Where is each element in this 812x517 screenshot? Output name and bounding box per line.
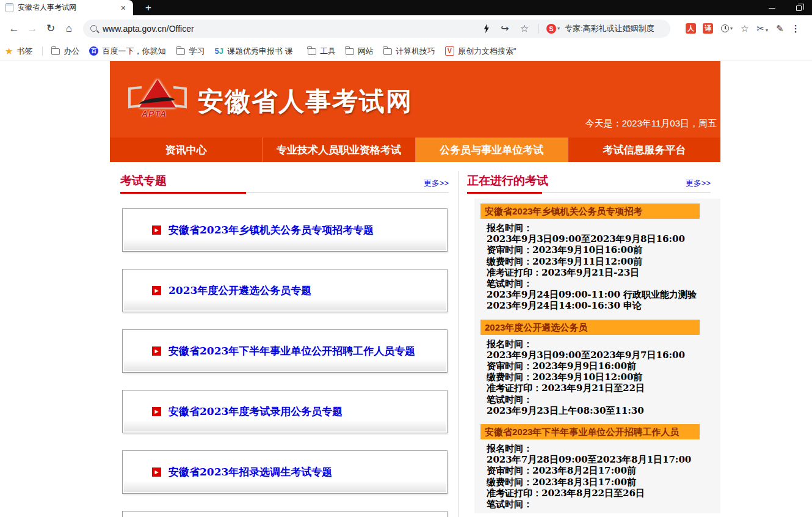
list-item-partial[interactable] [122,511,448,517]
bookmarks-root[interactable]: ★ 书签 [5,46,32,57]
bookmark-folder-office[interactable]: 办公 [51,46,79,57]
exam-detail-line: 资审时间：2023年9月10日16:00前 [480,244,720,255]
star-icon: ★ [5,46,13,57]
main-navigation: 资讯中心 专业技术人员职业资格考试 公务员与事业单位考试 考试信息服务平台 [110,138,720,162]
share-icon[interactable]: ↪ [501,23,509,34]
browser-menu-icon[interactable]: ⋮ [791,23,800,34]
play-icon: ▶ [152,286,161,295]
exam-detail-line: 笔试时间： [480,394,720,405]
chevron-down-icon: ▾ [730,26,733,31]
nav-item-civil-servant-exams[interactable]: 公务员与事业单位考试 [415,138,568,162]
chevron-down-icon: ▾ [766,28,768,33]
exam-banner[interactable]: 安徽省2023年下半年事业单位公开招聘工作人员 [480,424,700,439]
address-bar[interactable]: www.apta.gov.cn/Officer ↪ ☆ S ▾ 专家:高彩礼或让… [83,20,670,38]
news-ticker-text[interactable]: 专家:高彩礼或让婚姻制度 [565,23,664,34]
favorites-star-icon[interactable]: ☆ [741,23,749,34]
topic-link[interactable]: 安徽省2023年乡镇机关公务员专项招考专题 [169,223,374,237]
ongoing-exams-column: 正在进行的考试 更多>> 安徽省2023年乡镇机关公务员专项招考 报名时间： 2… [459,162,720,513]
topic-link[interactable]: 2023年度公开遴选公务员专题 [169,284,311,298]
exam-detail-line: 准考证打印：2023年8月22日至26日 [480,488,720,499]
exam-detail-line: 2023年9月24日14:00-16:30 申论 [480,300,720,311]
ongoing-exams-header: 正在进行的考试 更多>> [467,173,711,193]
address-bar-divider [538,24,539,34]
exam-detail-line: 准考证打印：2023年9月21日-23日 [480,267,720,278]
list-item[interactable]: ▶ 安徽省2023年度考试录用公务员专题 [122,390,448,433]
site-container: APTA 安徽省人事考试网 今天是：2023年11月03日，周五 资讯中心 专业… [110,61,720,517]
play-icon: ▶ [152,346,161,356]
exam-topics-list: ▶ 安徽省2023年乡镇机关公务员专项招考专题 ▶ 2023年度公开遴选公务员专… [122,208,459,517]
site-title: 安徽省人事考试网 [198,84,413,119]
translate-extension-icon[interactable]: 译 [703,23,713,34]
bookmark-book118[interactable]: V 原创力文档搜索" [445,46,526,57]
exam-banner[interactable]: 安徽省2023年乡镇机关公务员专项招考 [480,204,700,219]
exam-block: 安徽省2023年乡镇机关公务员专项招考 报名时间： 2023年9月3日09:00… [480,204,720,312]
exam-detail-line: 准考证打印：2023年9月21日至22日 [480,383,720,394]
folder-icon [51,48,60,55]
exam-detail-line: 资审时间：2023年9月9日16:00前 [480,361,720,372]
nav-item-exam-service-platform[interactable]: 考试信息服务平台 [568,138,720,162]
maximize-icon [796,6,802,11]
browser-tab[interactable]: 安徽省人事考试网 × [0,0,133,15]
more-link[interactable]: 更多>> [424,178,449,189]
bookmark-folder-computer-tips[interactable]: 计算机技巧 [383,46,435,57]
logo-apta-text: APTA [142,109,167,119]
exam-detail-line: 缴费时间：2023年9月11日12:00前 [480,256,720,267]
folder-icon [346,48,354,55]
play-icon: ▶ [152,407,161,416]
nav-item-professional-exams[interactable]: 专业技术人员职业资格考试 [262,138,415,162]
chevron-down-icon[interactable]: ▾ [557,26,560,31]
page-viewport: APTA 安徽省人事考试网 今天是：2023年11月03日，周五 资讯中心 专业… [0,61,812,517]
topic-link[interactable]: 安徽省2023年下半年事业单位公开招聘工作人员专题 [169,344,415,358]
bookmark-folder-sites[interactable]: 网站 [346,46,374,57]
home-button[interactable]: ⌂ [60,23,78,35]
list-item[interactable]: ▶ 安徽省2023年下半年事业单位公开招聘工作人员专题 [122,329,448,373]
topic-link[interactable]: 安徽省2023年招录选调生考试专题 [169,465,332,479]
bookmark-baidu[interactable]: 百 百度一下，你就知 [89,46,167,57]
bookmark-folder-tools[interactable]: 工具 [308,46,336,57]
exam-detail-line: 笔试时间： [480,499,720,510]
extensions-area: 人 译 ▾ ☆ ✂▾ ✎ ⋮ [679,23,800,34]
news-badge-icon[interactable]: S [546,24,556,34]
minimize-button[interactable] [758,2,785,13]
browser-toolbar: ← → ↻ ⌂ www.apta.gov.cn/Officer ↪ ☆ S ▾ … [0,15,812,42]
pdf-extension-icon[interactable]: 人 [686,23,696,34]
list-item[interactable]: ▶ 安徽省2023年乡镇机关公务员专项招考专题 [122,208,448,252]
back-button[interactable]: ← [5,23,23,35]
url-text[interactable]: www.apta.gov.cn/Officer [103,24,472,34]
exam-detail-line: 2023年9月23日上午08:30至11:30 [480,405,720,416]
scissors-icon[interactable]: ✂▾ [756,23,768,34]
more-link[interactable]: 更多>> [686,178,711,189]
exam-banner[interactable]: 2023年度公开遴选公务员 [480,320,700,335]
history-button[interactable]: ▾ [721,24,733,32]
list-item[interactable]: ▶ 安徽省2023年招录选调生考试专题 [122,450,448,494]
bookmark-keti[interactable]: 5J 课题优秀申报书 课 [214,46,297,57]
date-line: 今天是：2023年11月03日，周五 [585,118,717,130]
window-controls [758,0,812,15]
maximize-button[interactable] [785,2,812,13]
book118-icon: V [445,46,454,56]
topic-link[interactable]: 安徽省2023年度考试录用公务员专题 [169,405,343,419]
exam-detail-line: 缴费时间：2023年9月10日12:00前 [480,372,720,383]
exam-detail-line: 2023年9月24日09:00-11:00 行政职业能力测验 [480,289,720,300]
exam-block: 安徽省2023年下半年事业单位公开招聘工作人员 报名时间： 2023年7月28日… [480,424,720,510]
new-tab-button[interactable]: + [145,1,151,14]
bookmark-star-icon[interactable]: ☆ [520,23,529,34]
folder-icon [383,48,392,55]
exam-block: 2023年度公开遴选公务员 报名时间： 2023年9月3日09:00至2023年… [480,320,720,416]
section-underline [120,192,246,194]
pen-icon[interactable]: ✎ [776,23,784,34]
exam-detail-line: 资审时间：2023年8月2日17:00前 [480,465,720,476]
tab-close-icon[interactable]: × [118,3,128,13]
exam-topics-header: 考试专题 更多>> [120,173,449,193]
bookmarks-bar: ★ 书签 办公 百 百度一下，你就知 学习 5J 课题优秀申报书 课 工具 网站 [0,42,812,61]
refresh-button[interactable]: ↻ [42,22,60,35]
play-icon: ▶ [152,226,161,235]
nav-item-news-center[interactable]: 资讯中心 [110,138,262,162]
play-icon: ▶ [152,468,161,477]
lightning-icon[interactable] [483,24,490,34]
bookmarks-divider [42,46,43,56]
minimize-icon [769,8,775,9]
forward-button[interactable]: → [23,23,42,35]
list-item[interactable]: ▶ 2023年度公开遴选公务员专题 [122,269,448,312]
bookmark-folder-study[interactable]: 学习 [176,46,205,57]
